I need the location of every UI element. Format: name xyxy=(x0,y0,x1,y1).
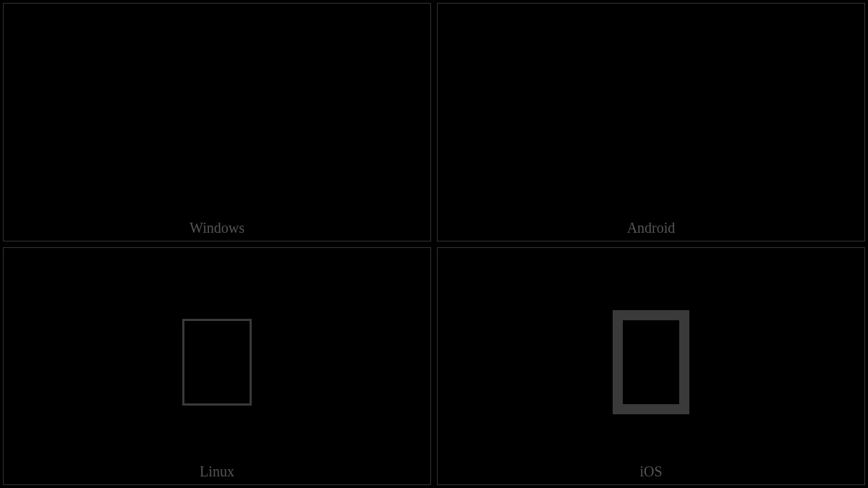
missing-glyph-icon xyxy=(182,319,252,406)
cell-android: Android xyxy=(437,3,865,241)
os-label-windows: Windows xyxy=(190,220,244,236)
cell-ios: iOS xyxy=(437,247,865,486)
cell-linux: Linux xyxy=(3,247,431,486)
os-label-ios: iOS xyxy=(639,463,662,480)
os-label-android: Android xyxy=(627,220,676,236)
os-label-linux: Linux xyxy=(200,463,234,480)
cell-windows: Windows xyxy=(3,3,431,241)
missing-glyph-icon xyxy=(613,310,689,414)
